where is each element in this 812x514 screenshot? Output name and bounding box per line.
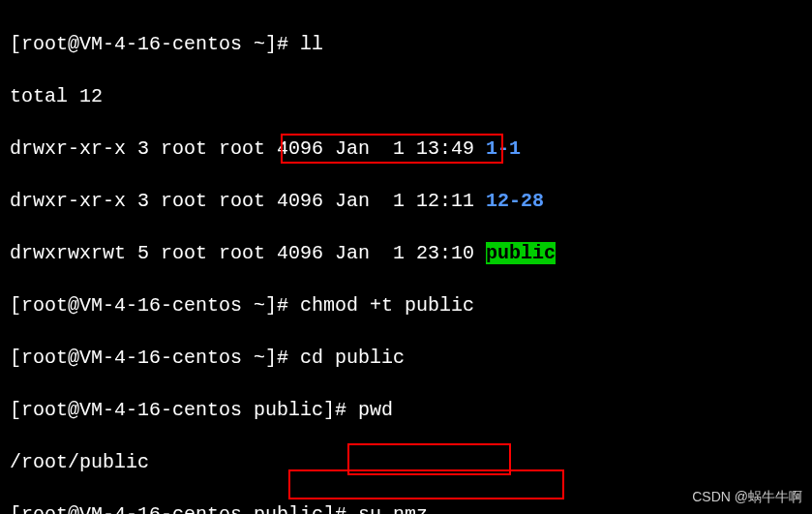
- file-meta: drwxr-xr-x 3 root root 4096 Jan 1 12:11: [10, 190, 486, 212]
- dir-name: 12-28: [486, 190, 544, 212]
- prompt: [root@VM-4-16-centos ~]#: [10, 347, 300, 369]
- command: chmod +t public: [300, 294, 474, 317]
- ls-entry: drwxr-xr-x 3 root root 4096 Jan 1 12:11 …: [10, 188, 802, 214]
- prompt: [root@VM-4-16-centos public]#: [10, 503, 358, 514]
- prompt: [root@VM-4-16-centos ~]#: [10, 33, 300, 55]
- cmd-line-chmod: [root@VM-4-16-centos ~]# chmod +t public: [10, 292, 802, 318]
- output-total: total 12: [10, 83, 802, 109]
- ls-entry: drwxr-xr-x 3 root root 4096 Jan 1 13:49 …: [10, 136, 802, 162]
- command: cd public: [300, 347, 405, 369]
- watermark-text: CSDN @蜗牛牛啊: [692, 484, 802, 510]
- cmd-line-cd: [root@VM-4-16-centos ~]# cd public: [10, 345, 802, 371]
- cmd-line-pwd: [root@VM-4-16-centos public]# pwd: [10, 397, 802, 423]
- prompt: [root@VM-4-16-centos public]#: [10, 399, 358, 421]
- ls-entry: drwxrwxrwt 5 root root 4096 Jan 1 23:10 …: [10, 240, 802, 266]
- terminal-output: [root@VM-4-16-centos ~]# ll total 12 drw…: [0, 0, 812, 514]
- cmd-line-su: [root@VM-4-16-centos public]# su nmz: [10, 501, 802, 514]
- command: pwd: [358, 399, 393, 421]
- output-pwd: /root/public: [10, 449, 802, 475]
- file-meta: drwxr-xr-x 3 root root 4096 Jan 1 13:49: [10, 137, 486, 160]
- command: su nmz: [358, 503, 428, 514]
- command: ll: [300, 33, 323, 55]
- prompt: [root@VM-4-16-centos ~]#: [10, 294, 300, 317]
- dir-name: 1-1: [486, 137, 521, 160]
- file-meta: drwxrwxrwt 5 root root 4096 Jan 1 23:10: [10, 242, 486, 264]
- sticky-dir-name: public: [486, 242, 556, 264]
- cmd-line-ll: [root@VM-4-16-centos ~]# ll: [10, 31, 802, 57]
